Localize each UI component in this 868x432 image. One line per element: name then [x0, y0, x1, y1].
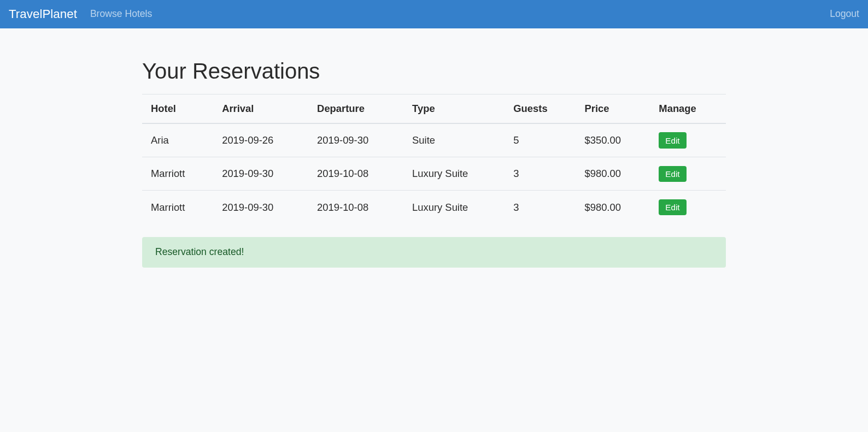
brand-link[interactable]: TravelPlanet	[9, 7, 77, 21]
cell-guests: 3	[505, 157, 576, 191]
cell-type: Luxury Suite	[403, 157, 505, 191]
cell-guests: 5	[505, 123, 576, 157]
cell-price: $980.00	[576, 157, 650, 191]
table-row: Aria 2019-09-26 2019-09-30 Suite 5 $350.…	[142, 123, 726, 157]
cell-manage: Edit	[650, 157, 726, 191]
col-guests: Guests	[505, 94, 576, 123]
navbar: TravelPlanet Browse Hotels Logout	[0, 0, 868, 28]
cell-departure: 2019-09-30	[308, 123, 403, 157]
cell-manage: Edit	[650, 191, 726, 224]
cell-manage: Edit	[650, 123, 726, 157]
cell-price: $350.00	[576, 123, 650, 157]
edit-button[interactable]: Edit	[659, 199, 686, 216]
logout-link[interactable]: Logout	[830, 8, 859, 19]
cell-type: Suite	[403, 123, 505, 157]
browse-hotels-link[interactable]: Browse Hotels	[90, 8, 152, 20]
col-price: Price	[576, 94, 650, 123]
table-row: Marriott 2019-09-30 2019-10-08 Luxury Su…	[142, 191, 726, 224]
cell-hotel: Marriott	[142, 157, 213, 191]
cell-hotel: Marriott	[142, 191, 213, 224]
success-alert: Reservation created!	[142, 237, 726, 268]
cell-guests: 3	[505, 191, 576, 224]
cell-arrival: 2019-09-30	[213, 191, 308, 224]
page-title: Your Reservations	[142, 59, 726, 84]
edit-button[interactable]: Edit	[659, 166, 686, 182]
cell-hotel: Aria	[142, 123, 213, 157]
col-hotel: Hotel	[142, 94, 213, 123]
navbar-right: Logout	[830, 8, 859, 20]
navbar-left: TravelPlanet Browse Hotels	[9, 7, 152, 21]
reservations-table: Hotel Arrival Departure Type Guests Pric…	[142, 94, 726, 224]
main-container: Your Reservations Hotel Arrival Departur…	[133, 28, 735, 276]
col-arrival: Arrival	[213, 94, 308, 123]
table-row: Marriott 2019-09-30 2019-10-08 Luxury Su…	[142, 157, 726, 191]
table-header-row: Hotel Arrival Departure Type Guests Pric…	[142, 94, 726, 123]
col-type: Type	[403, 94, 505, 123]
cell-arrival: 2019-09-26	[213, 123, 308, 157]
cell-departure: 2019-10-08	[308, 191, 403, 224]
cell-departure: 2019-10-08	[308, 157, 403, 191]
cell-price: $980.00	[576, 191, 650, 224]
cell-arrival: 2019-09-30	[213, 157, 308, 191]
col-manage: Manage	[650, 94, 726, 123]
edit-button[interactable]: Edit	[659, 132, 686, 149]
col-departure: Departure	[308, 94, 403, 123]
cell-type: Luxury Suite	[403, 191, 505, 224]
